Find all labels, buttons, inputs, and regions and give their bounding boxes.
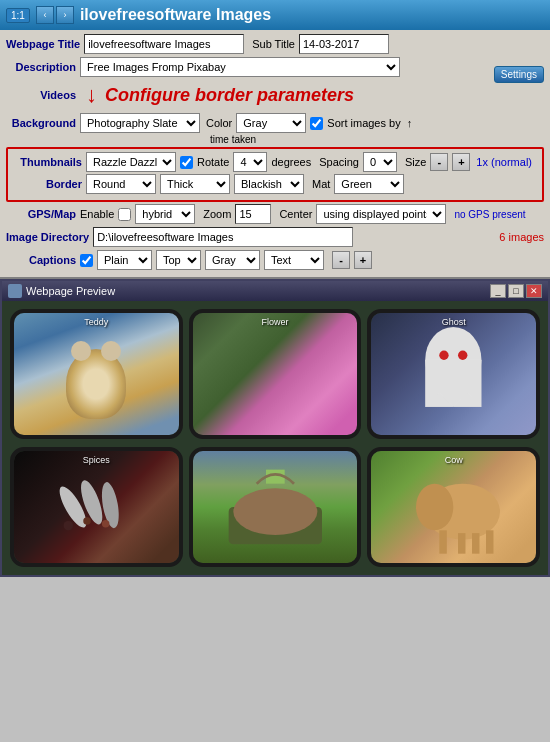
- svg-point-3: [440, 351, 449, 360]
- gps-label: GPS/Map: [6, 208, 76, 220]
- thumb-spices-label: Spices: [83, 455, 110, 465]
- background-row: Background Photography Slate Color Gray …: [6, 113, 544, 133]
- svg-rect-19: [486, 530, 493, 553]
- videos-row: Videos ↓ Configure border parameters: [6, 80, 544, 110]
- rotate-label: Rotate: [197, 156, 229, 168]
- thumbnail-spices: Spices: [10, 447, 183, 567]
- captions-minus-button[interactable]: -: [332, 251, 350, 269]
- thumbnails-rotate-checkbox[interactable]: [180, 156, 193, 169]
- time-row: time taken: [80, 134, 544, 145]
- border-row: Border Round Thick Blackish Mat Green: [12, 174, 538, 194]
- thumbnails-label: Thumbnails: [12, 156, 82, 168]
- preview-close-button[interactable]: ✕: [526, 284, 542, 298]
- preview-window-controls[interactable]: _ □ ✕: [490, 284, 542, 298]
- svg-point-8: [64, 521, 73, 530]
- title-bar: 1:1 ‹ › ilovefreesoftware Images: [0, 0, 550, 30]
- captions-position-select[interactable]: Top: [156, 250, 201, 270]
- image-directory-input[interactable]: [93, 227, 353, 247]
- center-select[interactable]: using displayed points: [316, 204, 446, 224]
- captions-style-select[interactable]: Plain: [97, 250, 152, 270]
- size-plus-button[interactable]: +: [452, 153, 470, 171]
- webpage-title-row: Webpage Title Sub Title: [6, 34, 544, 54]
- preview-title-bar: Webpage Preview _ □ ✕: [2, 281, 548, 301]
- captions-plus-button[interactable]: +: [354, 251, 372, 269]
- svg-point-15: [416, 484, 453, 531]
- border-width-select[interactable]: Thick: [160, 174, 230, 194]
- thumbnail-highland-cow: [189, 447, 362, 567]
- sort-checkbox[interactable]: [310, 117, 323, 130]
- captions-row: Captions Plain Top Gray Text - +: [6, 250, 544, 270]
- image-count: 6 images: [499, 231, 544, 243]
- svg-point-12: [233, 488, 317, 535]
- image-directory-label: Image Directory: [6, 231, 89, 243]
- preview-title: Webpage Preview: [26, 285, 115, 297]
- captions-color-select[interactable]: Gray: [205, 250, 260, 270]
- thumbnail-cow: Cow: [367, 447, 540, 567]
- color-select[interactable]: Gray: [236, 113, 306, 133]
- thumbnails-style-select[interactable]: Razzle Dazzle: [86, 152, 176, 172]
- border-color-select[interactable]: Blackish: [234, 174, 304, 194]
- svg-point-4: [458, 351, 467, 360]
- preview-window: Webpage Preview _ □ ✕ Teddy Flower: [0, 279, 550, 577]
- thumbnail-ghost: Ghost: [367, 309, 540, 439]
- image-directory-row: Image Directory 6 images: [6, 227, 544, 247]
- thumb-cow-label: Cow: [445, 455, 463, 465]
- border-style-select[interactable]: Round: [86, 174, 156, 194]
- thumbnails-row: Thumbnails Razzle Dazzle Rotate 4 degree…: [12, 152, 538, 172]
- app-title: ilovefreesoftware Images: [80, 6, 544, 24]
- svg-rect-18: [472, 533, 479, 554]
- sort-label: Sort images by: [327, 117, 400, 129]
- configure-banner-text: Configure border parameters: [105, 85, 354, 106]
- preview-window-icon: [8, 284, 22, 298]
- subtitle-input[interactable]: [299, 34, 389, 54]
- svg-rect-16: [440, 530, 447, 553]
- background-select[interactable]: Photography Slate: [80, 113, 200, 133]
- config-panel: Settings Webpage Title Sub Title Descrip…: [0, 30, 550, 279]
- zoom-label: Zoom: [203, 208, 231, 220]
- nav-buttons[interactable]: ‹ ›: [36, 6, 74, 24]
- sort-sublabel: ↑: [407, 117, 413, 129]
- svg-point-10: [102, 520, 109, 527]
- size-label: Size: [405, 156, 426, 168]
- videos-label: Videos: [6, 89, 76, 101]
- zoom-level: 1:1: [6, 8, 30, 23]
- time-label: time taken: [210, 134, 256, 145]
- background-label: Background: [6, 117, 76, 129]
- image-grid-row2: Spices: [2, 447, 548, 575]
- nav-prev-button[interactable]: ‹: [36, 6, 54, 24]
- zoom-input[interactable]: [235, 204, 271, 224]
- gps-enable-label: Enable: [80, 208, 114, 220]
- description-label: Description: [6, 61, 76, 73]
- webpage-title-input[interactable]: [84, 34, 244, 54]
- svg-point-9: [83, 517, 90, 524]
- webpage-title-label: Webpage Title: [6, 38, 80, 50]
- preview-maximize-button[interactable]: □: [508, 284, 524, 298]
- gps-type-select[interactable]: hybrid: [135, 204, 195, 224]
- spacing-label: Spacing: [319, 156, 359, 168]
- configure-banner: ↓ Configure border parameters: [80, 80, 544, 110]
- degrees-label: degrees: [271, 156, 311, 168]
- description-select[interactable]: Free Images Fromp Pixabay: [80, 57, 400, 77]
- thumb-ghost-label: Ghost: [442, 317, 466, 327]
- no-gps-label: no GPS present: [454, 209, 525, 220]
- nav-next-button[interactable]: ›: [56, 6, 74, 24]
- gps-row: GPS/Map Enable hybrid Zoom Center using …: [6, 204, 544, 224]
- preview-minimize-button[interactable]: _: [490, 284, 506, 298]
- captions-type-select[interactable]: Text: [264, 250, 324, 270]
- subtitle-label: Sub Title: [252, 38, 295, 50]
- color-label: Color: [206, 117, 232, 129]
- mat-label: Mat: [312, 178, 330, 190]
- center-label: Center: [279, 208, 312, 220]
- thumbnail-flower: Flower: [189, 309, 362, 439]
- rotate-select[interactable]: 4: [233, 152, 267, 172]
- gps-enable-checkbox[interactable]: [118, 208, 131, 221]
- captions-checkbox[interactable]: [80, 254, 93, 267]
- spacing-select[interactable]: 0: [363, 152, 397, 172]
- thumb-teddy-label: Teddy: [84, 317, 108, 327]
- size-value: 1x (normal): [476, 156, 532, 168]
- settings-button[interactable]: Settings: [494, 66, 544, 83]
- mat-color-select[interactable]: Green: [334, 174, 404, 194]
- border-label: Border: [12, 178, 82, 190]
- thumb-flower-label: Flower: [261, 317, 288, 327]
- size-minus-button[interactable]: -: [430, 153, 448, 171]
